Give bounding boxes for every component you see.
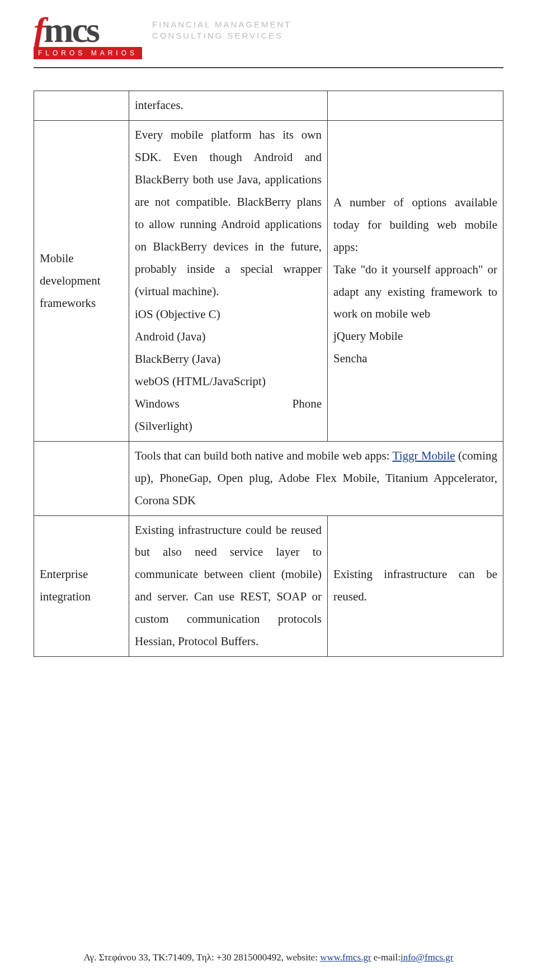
footer-text: Αγ. Στεφάνου 33, ΤΚ:71409, Τηλ: +30 2815… — [84, 952, 321, 963]
cell-text: Existing infrastructure can be reused. — [333, 567, 497, 603]
list-item: (Silverlight) — [135, 415, 322, 438]
cell-empty — [328, 91, 503, 121]
cell-rowhead-enterprise: Enterprise integration — [34, 515, 129, 656]
cell-empty — [34, 441, 129, 515]
logo: fmcs FLOROS MARIOS — [34, 16, 142, 59]
cell-text: Every mobile platform has its own SDK. E… — [135, 124, 322, 302]
cell-rowhead-frameworks: Mobile development frameworks — [34, 121, 129, 441]
content-table: interfaces. Mobile development framework… — [34, 91, 503, 656]
cell-enterprise-native: Existing infrastructure could be reused … — [129, 515, 328, 656]
list-item: Windows Phone — [135, 393, 322, 415]
cell-frameworks-web: A number of options available today for … — [328, 121, 503, 441]
cell-text: interfaces. — [135, 98, 183, 112]
logo-subtitle: FINANCIAL MANAGEMENT CONSULTING SERVICES — [152, 19, 291, 42]
table-row: Mobile development frameworks Every mobi… — [34, 121, 503, 441]
document-page: fmcs FLOROS MARIOS FINANCIAL MANAGEMENT … — [0, 0, 537, 980]
table-row: Tools that can build both native and mob… — [34, 441, 503, 515]
cell-frameworks-native: Every mobile platform has its own SDK. E… — [129, 121, 328, 441]
cell-enterprise-web: Existing infrastructure can be reused. — [328, 515, 503, 656]
logo-bar: FLOROS MARIOS — [34, 47, 142, 59]
list-item: BlackBerry (Java) — [135, 348, 322, 371]
list-item: webOS (HTML/JavaScript) — [135, 371, 322, 393]
cell-text: Mobile development frameworks — [40, 252, 100, 310]
cell-interfaces: interfaces. — [129, 91, 328, 121]
cell-text: Existing infrastructure could be reused … — [135, 523, 322, 648]
tiggr-link[interactable]: Tiggr Mobile — [393, 449, 455, 462]
table-row: interfaces. — [34, 91, 503, 121]
header: fmcs FLOROS MARIOS FINANCIAL MANAGEMENT … — [34, 16, 503, 59]
footer-website-link[interactable]: www.fmcs.gr — [320, 952, 371, 963]
table-row: Enterprise integration Existing infrastr… — [34, 515, 503, 656]
footer: Αγ. Στεφάνου 33, ΤΚ:71409, Τηλ: +30 2815… — [34, 952, 503, 963]
list-item: Android (Java) — [135, 326, 322, 348]
platforms-list: iOS (Objective C) Android (Java) BlackBe… — [135, 304, 322, 437]
cell-text: Take "do it yourself approach" or adapt … — [333, 259, 497, 326]
header-divider — [34, 67, 503, 68]
cell-tools: Tools that can build both native and mob… — [129, 441, 503, 515]
list-item: iOS (Objective C) — [135, 304, 322, 326]
logo-letters: fmcs — [34, 16, 142, 45]
cell-text: Tools that can build both native and mob… — [135, 449, 393, 462]
cell-empty — [34, 91, 129, 121]
footer-text: e-mail: — [371, 952, 401, 963]
footer-email-link[interactable]: info@fmcs.gr — [401, 952, 454, 963]
cell-text: Sencha — [333, 348, 497, 370]
cell-text: jQuery Mobile — [333, 325, 497, 348]
cell-text: Enterprise integration — [40, 567, 91, 603]
cell-text: A number of options available today for … — [333, 192, 497, 259]
